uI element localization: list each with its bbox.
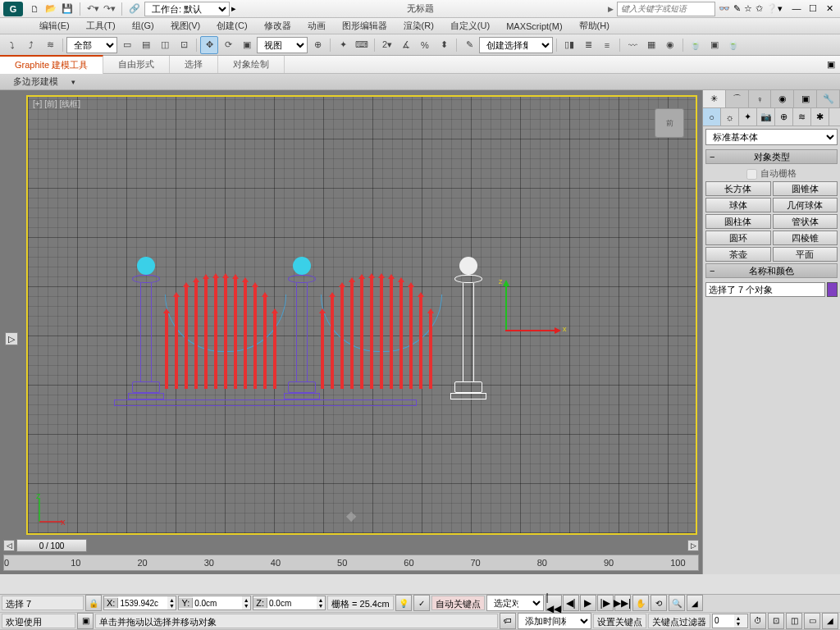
cameras-subtab-icon[interactable]: 📷 [757, 108, 775, 126]
select-icon[interactable]: ▭ [118, 36, 136, 54]
new-icon[interactable]: 🗋 [28, 2, 41, 16]
mirror-icon[interactable]: ▯▮ [560, 36, 578, 54]
pyramid-button[interactable]: 四棱锥 [773, 231, 838, 245]
menu-custom[interactable]: 自定义(U) [442, 18, 498, 34]
window-cross-icon[interactable]: ⊡ [175, 36, 193, 54]
time-config-icon[interactable]: ✓ [413, 595, 430, 611]
render-setup-icon[interactable]: 🍵 [687, 36, 705, 54]
edit-selset-icon[interactable]: ✎ [460, 36, 478, 54]
unlink-icon[interactable]: ⤴ [22, 36, 40, 54]
pillar-1[interactable] [132, 257, 160, 399]
systems-subtab-icon[interactable]: ✱ [811, 108, 829, 126]
menu-group[interactable]: 组(G) [124, 18, 162, 34]
listener-icon[interactable]: ▣ [77, 613, 94, 629]
utilities-tab-icon[interactable]: 🔧 [817, 90, 840, 107]
lock-selection-icon[interactable]: 🔒 [85, 595, 102, 611]
menu-render[interactable]: 渲染(R) [395, 18, 442, 34]
time-tag-dropdown[interactable]: 添加时间标记 [518, 613, 591, 629]
manipulate-icon[interactable]: ✦ [334, 36, 352, 54]
fence-section-2[interactable] [321, 278, 442, 389]
render-icon[interactable]: 🍵 [724, 36, 742, 54]
spinner-snap-icon[interactable]: ⬍ [435, 36, 453, 54]
select-name-icon[interactable]: ▤ [137, 36, 155, 54]
display-tab-icon[interactable]: ▣ [794, 90, 817, 107]
menu-views[interactable]: 视图(V) [162, 18, 209, 34]
rollout-object-type[interactable]: −对象类型 [705, 149, 838, 164]
tab-freeform[interactable]: 自由形式 [103, 56, 170, 73]
percent-snap-icon[interactable]: % [416, 36, 434, 54]
time-config-button[interactable]: ⏱ [750, 613, 766, 629]
menu-anim[interactable]: 动画 [299, 18, 334, 34]
cylinder-button[interactable]: 圆柱体 [705, 214, 771, 229]
next-frame-icon[interactable]: |▶ [597, 595, 614, 611]
open-icon[interactable]: 📂 [44, 2, 57, 16]
wand-icon[interactable]: ✎ [733, 3, 741, 14]
shapes-subtab-icon[interactable]: ☼ [721, 108, 739, 126]
help-icon[interactable]: ❔▾ [766, 3, 783, 14]
zoom-all-icon[interactable]: ◫ [786, 613, 802, 629]
tube-button[interactable]: 管状体 [773, 214, 838, 229]
ground-slab[interactable] [114, 399, 417, 406]
autokey-button[interactable]: 自动关键点 [431, 596, 485, 610]
nav-arc-icon[interactable]: ⟲ [651, 595, 667, 611]
object-name-input[interactable] [705, 282, 825, 297]
redo-icon[interactable]: ↷▾ [103, 2, 116, 16]
play-icon[interactable]: ▶ [580, 595, 596, 611]
fence-section-1[interactable] [165, 278, 286, 389]
category-dropdown[interactable]: 标准基本体 [705, 129, 838, 145]
nav-pan-icon[interactable]: ✋ [632, 595, 649, 611]
curve-editor-icon[interactable]: 〰 [623, 36, 641, 54]
teapot-button[interactable]: 茶壶 [705, 247, 771, 262]
track-prev-icon[interactable]: ◁ [3, 540, 15, 551]
nav-zoom-icon[interactable]: 🔍 [669, 595, 685, 611]
hierarchy-tab-icon[interactable]: ♀ [749, 90, 772, 107]
y-coord-input[interactable]: Y:▲▼ [178, 596, 251, 610]
save-icon[interactable]: 💾 [61, 2, 74, 16]
sphere-button[interactable]: 球体 [705, 198, 771, 212]
tab-select[interactable]: 选择 [170, 56, 218, 73]
pillar-3-selected[interactable] [454, 257, 482, 399]
snap-toggle-icon[interactable]: 2▾ [378, 36, 396, 54]
helpers-subtab-icon[interactable]: ⊕ [775, 108, 793, 126]
geometry-subtab-icon[interactable]: ○ [703, 108, 721, 126]
workspace-dropdown[interactable]: 工作台: 默认 [144, 2, 230, 16]
viewport-front[interactable]: [+] [前] [线框] 前 [26, 95, 697, 535]
isolate-icon[interactable]: 💡 [395, 595, 412, 611]
scale-icon[interactable]: ▣ [238, 36, 256, 54]
pivot-icon[interactable]: ⊕ [308, 36, 326, 54]
poly-modeling-button[interactable]: 多边形建模 [7, 74, 65, 89]
ref-coord-dropdown[interactable]: 视图 [257, 37, 308, 53]
ribbon-collapse-icon[interactable]: ▣ [822, 59, 840, 70]
favorite-icon[interactable]: ✩ [756, 3, 763, 14]
menu-graph[interactable]: 图形编辑器 [334, 18, 395, 34]
box-button[interactable]: 长方体 [705, 181, 771, 196]
keyfilter-button[interactable]: 关键点过滤器 [648, 614, 710, 628]
select-region-icon[interactable]: ◫ [156, 36, 174, 54]
selection-filter-dropdown[interactable]: 全部 [66, 37, 117, 53]
track-next-icon[interactable]: ▷ [687, 540, 699, 551]
select-link-icon[interactable]: ⤵ [3, 36, 21, 54]
undo-icon[interactable]: ↶▾ [86, 2, 99, 16]
search-input[interactable] [617, 2, 715, 16]
z-coord-input[interactable]: Z:▲▼ [253, 596, 326, 610]
render-frame-icon[interactable]: ▣ [705, 36, 724, 54]
motion-tab-icon[interactable]: ◉ [771, 90, 794, 107]
maximize-button[interactable]: ☐ [806, 3, 820, 14]
goto-end-icon[interactable]: ▶▶| [614, 595, 631, 611]
color-swatch[interactable] [827, 282, 838, 297]
binoculars-icon[interactable]: 👓 [719, 3, 730, 14]
align-icon[interactable]: ≣ [579, 36, 597, 54]
time-slider-thumb[interactable]: 0 / 100 [16, 539, 87, 552]
move-icon[interactable]: ✥ [200, 36, 218, 54]
torus-button[interactable]: 圆环 [705, 231, 771, 245]
lights-subtab-icon[interactable]: ✦ [739, 108, 757, 126]
autogrid-checkbox[interactable]: 自动栅格 [703, 166, 840, 181]
close-button[interactable]: ✕ [822, 3, 837, 14]
keyboard-icon[interactable]: ⌨ [353, 36, 371, 54]
schematic-icon[interactable]: ▦ [642, 36, 660, 54]
angle-snap-icon[interactable]: ∡ [397, 36, 415, 54]
prev-frame-icon[interactable]: ◀| [563, 595, 579, 611]
tab-paint[interactable]: 对象绘制 [218, 56, 285, 73]
x-coord-input[interactable]: X:▲▼ [103, 596, 176, 610]
rotate-icon[interactable]: ⟳ [219, 36, 237, 54]
